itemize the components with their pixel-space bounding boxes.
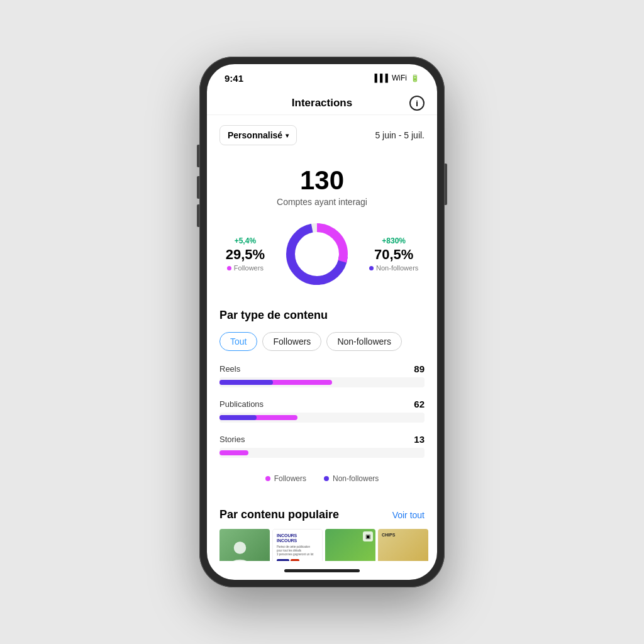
app-header: Interactions i (207, 92, 437, 115)
thumb-icon-3: ▣ (363, 531, 373, 541)
popular-title: Par contenu populaire (219, 508, 339, 521)
interaction-count: 130 (300, 165, 344, 196)
legend-nonfollowers: Non-followers (324, 474, 379, 483)
legend-followers: Followers (265, 474, 306, 483)
stories-bar-track (219, 448, 425, 458)
interaction-label: Comptes ayant interagi (277, 197, 367, 207)
tab-tout[interactable]: Tout (219, 332, 257, 351)
content-type-section: Par type de contenu Tout Followers Non-f… (207, 299, 437, 498)
publications-label: Publications (219, 399, 264, 409)
stories-label: Stories (219, 435, 245, 444)
info-button[interactable]: i (409, 96, 425, 111)
status-icons: ▐▐▐ WiFi 🔋 (372, 74, 419, 82)
bar-reels: Reels 89 (219, 364, 425, 387)
followers-dot (227, 266, 231, 270)
person-silhouette (226, 535, 264, 561)
date-filter-row: Personnalisé ▾ 5 juin - 5 juil. (207, 115, 437, 150)
followers-change: +5,4% (235, 236, 256, 245)
thumbnail-3[interactable]: ▣ 1 (325, 529, 375, 561)
followers-pct: 29,5% (226, 247, 265, 263)
summary-chart-section: 130 Comptes ayant interagi +5,4% 29,5% F… (207, 150, 437, 299)
tab-followers[interactable]: Followers (262, 332, 321, 351)
chips-label: CHIPS (382, 533, 395, 537)
tab-nonfollowers[interactable]: Non-followers (326, 332, 402, 351)
nonfollowers-pct: 70,5% (374, 247, 413, 263)
wifi-icon: WiFi (392, 74, 407, 82)
donut-chart (282, 219, 352, 289)
followers-label: Followers (227, 264, 264, 272)
publications-value: 62 (414, 399, 425, 409)
nonfollowers-legend: +830% 70,5% Non-followers (369, 236, 418, 272)
thumbnail-4[interactable]: CHIPS Top 5 (378, 529, 428, 561)
svg-point-3 (234, 541, 247, 554)
publications-bar-track (219, 413, 425, 423)
bar-stories: Stories 13 (219, 434, 425, 458)
legend-nonfollowers-text: Non-followers (333, 474, 379, 483)
status-bar: 9:41 ▐▐▐ WiFi 🔋 (207, 64, 437, 92)
home-bar (284, 569, 360, 572)
page-title: Interactions (292, 97, 352, 109)
info-icon: i (416, 99, 418, 108)
legend-nonfollowers-dot (324, 476, 329, 481)
contest-title: INCOURSINCOURS (277, 533, 297, 543)
phone-frame: 9:41 ▐▐▐ WiFi 🔋 Interactions i (199, 57, 445, 587)
donut-row: +5,4% 29,5% Followers (219, 219, 425, 289)
legend-followers-text: Followers (274, 474, 306, 483)
signal-icon: ▐▐▐ (372, 74, 388, 82)
bar-publications: Publications 62 (219, 399, 425, 423)
scroll-area[interactable]: Personnalisé ▾ 5 juin - 5 juil. 130 Comp… (207, 115, 437, 561)
chevron-down-icon: ▾ (286, 132, 289, 139)
voir-tout-link[interactable]: Voir tout (392, 510, 425, 520)
logo-badge-2 (291, 559, 299, 561)
thumbnail-1[interactable] (219, 529, 270, 561)
popular-header: Par contenu populaire Voir tout (207, 498, 437, 529)
nonfollowers-label: Non-followers (369, 264, 418, 272)
thumbnail-2[interactable]: INCOURSINCOURS Partez de cette publicati… (272, 529, 323, 561)
date-picker-button[interactable]: Personnalisé ▾ (219, 125, 297, 145)
logo-badge (277, 559, 289, 561)
contest-sub: Partez de cette publicationpour tout les… (277, 545, 314, 557)
status-time: 9:41 (225, 73, 243, 84)
nonfollowers-dot (369, 266, 374, 270)
followers-legend: +5,4% 29,5% Followers (226, 236, 265, 272)
reels-value: 89 (414, 364, 425, 374)
date-picker-label: Personnalisé (228, 130, 282, 140)
bar-chart-legend: Followers Non-followers (219, 469, 425, 493)
donut-svg (282, 219, 352, 289)
thumbnails-row: INCOURSINCOURS Partez de cette publicati… (207, 529, 437, 561)
reels-blue-bar (219, 380, 273, 385)
nonfollowers-change: +830% (382, 236, 406, 245)
content-type-title: Par type de contenu (219, 309, 425, 322)
legend-followers-dot (265, 476, 270, 481)
reels-label: Reels (219, 364, 240, 374)
screen-content: 9:41 ▐▐▐ WiFi 🔋 Interactions i (207, 64, 437, 580)
battery-icon: 🔋 (411, 74, 419, 82)
date-range-text: 5 juin - 5 juil. (375, 130, 425, 140)
publications-blue-bar (219, 415, 257, 420)
phone-screen: 9:41 ▐▐▐ WiFi 🔋 Interactions i (207, 64, 437, 580)
reels-bar-track (219, 377, 425, 387)
stories-pink-bar (219, 450, 248, 455)
filter-tabs: Tout Followers Non-followers (219, 332, 425, 351)
contest-overlay: INCOURSINCOURS Partez de cette publicati… (273, 530, 322, 561)
home-indicator (207, 561, 437, 580)
stories-value: 13 (414, 434, 425, 445)
